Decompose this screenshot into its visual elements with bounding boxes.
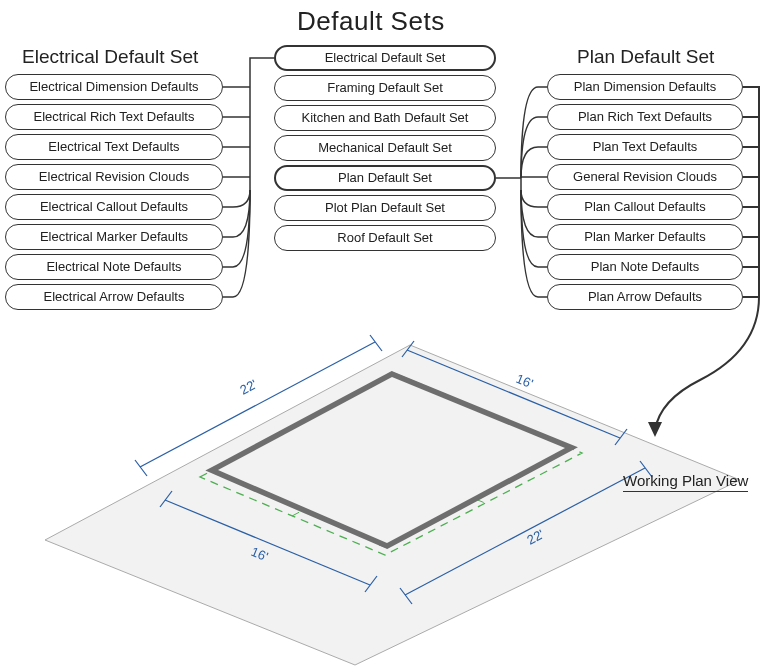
plan-item: General Revision Clouds [547,164,743,190]
svg-marker-22 [218,377,565,543]
plan-item: Plan Marker Defaults [547,224,743,250]
svg-line-5 [402,341,414,357]
svg-line-7 [165,500,370,585]
svg-marker-13 [200,375,582,555]
plan-item: Plan Rich Text Defaults [547,104,743,130]
page-title: Default Sets [297,6,445,37]
svg-line-15 [292,413,488,516]
electrical-item: Electrical Arrow Defaults [5,284,223,310]
dim-label: 16' [249,544,270,564]
plan-item: Plan Note Defaults [547,254,743,280]
electrical-item: Electrical Text Defaults [5,134,223,160]
arrow-head-icon [648,422,662,437]
svg-line-14 [295,425,485,503]
dim-label: 16' [514,371,535,391]
svg-marker-16 [220,379,400,473]
center-item-electrical: Electrical Default Set [274,45,496,71]
center-column: Electrical Default Set Framing Default S… [274,45,496,251]
svg-marker-20 [212,372,570,548]
svg-line-11 [400,588,412,604]
dim-label: 22' [524,526,546,547]
plan-item: Plan Text Defaults [547,134,743,160]
svg-marker-19 [220,466,385,541]
electrical-column: Electrical Dimension Defaults Electrical… [5,74,223,310]
plan-item: Plan Callout Defaults [547,194,743,220]
center-item: Mechanical Default Set [274,135,496,161]
svg-marker-18 [377,448,560,541]
plan-item: Plan Dimension Defaults [547,74,743,100]
electrical-item: Electrical Callout Defaults [5,194,223,220]
dim-label: 22' [237,376,259,397]
plan-column: Plan Dimension Defaults Plan Rich Text D… [547,74,743,310]
svg-line-1 [140,342,375,467]
electrical-heading: Electrical Default Set [22,46,198,68]
svg-marker-0 [45,345,740,665]
svg-line-10 [405,468,645,595]
svg-line-8 [160,491,172,507]
svg-line-3 [370,335,382,351]
electrical-item: Electrical Dimension Defaults [5,74,223,100]
electrical-item: Electrical Rich Text Defaults [5,104,223,130]
svg-line-9 [365,576,377,592]
electrical-item: Electrical Revision Clouds [5,164,223,190]
center-item: Framing Default Set [274,75,496,101]
svg-line-4 [407,350,620,438]
working-plan-view-label: Working Plan View [623,472,748,492]
center-item: Plot Plan Default Set [274,195,496,221]
svg-line-2 [135,460,147,476]
center-item: Kitchen and Bath Default Set [274,105,496,131]
svg-marker-17 [392,379,560,452]
plan-heading: Plan Default Set [577,46,714,68]
plan-item: Plan Arrow Defaults [547,284,743,310]
electrical-item: Electrical Marker Defaults [5,224,223,250]
center-item: Roof Default Set [274,225,496,251]
center-item-plan: Plan Default Set [274,165,496,191]
svg-marker-21 [218,377,565,543]
electrical-item: Electrical Note Defaults [5,254,223,280]
svg-line-6 [615,429,627,445]
